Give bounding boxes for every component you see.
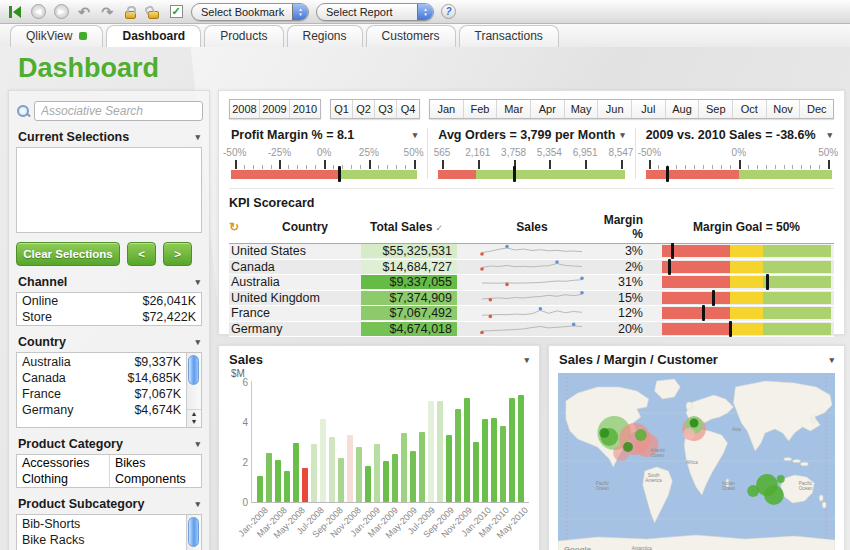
bar-jun-2010[interactable]	[518, 395, 524, 502]
list-item[interactable]: Clothing	[17, 471, 109, 487]
bar-sep-2008[interactable]	[329, 437, 335, 502]
filter-button-q2[interactable]: Q2	[353, 100, 375, 118]
filter-button-2008[interactable]: 2008	[230, 100, 260, 118]
list-item[interactable]: Store$72,422K	[17, 309, 201, 325]
column-margin[interactable]: Margin %	[593, 213, 659, 241]
bar-jul-2008[interactable]	[311, 444, 317, 502]
bar-sep-2009[interactable]	[437, 401, 443, 502]
chevron-down-icon[interactable]: ▾	[195, 439, 200, 449]
map-bubble[interactable]	[623, 442, 633, 452]
map-bubble[interactable]	[599, 428, 609, 438]
apply-check-icon[interactable]: ✓	[168, 4, 184, 20]
map-bubble[interactable]	[683, 428, 695, 440]
filter-button-dec[interactable]: Dec	[800, 100, 833, 118]
bar-nov-2008[interactable]	[347, 435, 353, 502]
bar-nov-2009[interactable]	[455, 409, 461, 502]
forward-icon[interactable]: ▶	[53, 4, 69, 20]
bar-jul-2009[interactable]	[419, 432, 425, 502]
filter-button-sep[interactable]: Sep	[699, 100, 733, 118]
world-map[interactable]: AsiaAfricaSouthAmericaAtlanticOceanPacif…	[558, 373, 835, 550]
back-icon[interactable]: ◀	[30, 4, 46, 20]
tab-transactions[interactable]: Transactions	[459, 25, 559, 47]
map-bubble[interactable]	[764, 485, 784, 505]
tab-customers[interactable]: Customers	[366, 25, 456, 47]
search-input[interactable]	[34, 101, 203, 121]
list-item[interactable]: Canada$14,685K	[17, 370, 186, 386]
list-item[interactable]: Bikes	[109, 455, 201, 471]
chevron-down-icon[interactable]: ▾	[195, 337, 200, 347]
filter-button-nov[interactable]: Nov	[767, 100, 801, 118]
bar-feb-2009[interactable]	[374, 444, 380, 502]
report-select[interactable]: Select Report ▴▾	[316, 3, 434, 21]
list-item[interactable]: Germany$4,674K	[17, 402, 186, 418]
filter-button-2009[interactable]: 2009	[260, 100, 290, 118]
filter-button-q1[interactable]: Q1	[331, 100, 353, 118]
map-bubble[interactable]	[690, 419, 699, 428]
tab-qlikview[interactable]: QlikView	[10, 25, 103, 47]
clear-selections-button[interactable]: Clear Selections	[16, 242, 120, 266]
column-total-sales[interactable]: Total Sales✓	[361, 220, 457, 234]
lock-icon[interactable]	[122, 4, 138, 20]
chevron-down-icon[interactable]: ▾	[195, 499, 200, 509]
chevron-down-icon[interactable]: ▾	[829, 355, 834, 365]
step-forward-button[interactable]: >	[163, 242, 192, 266]
column-country[interactable]: Country	[247, 220, 361, 234]
list-item[interactable]: Australia$9,337K	[17, 354, 186, 370]
country-scrollbar[interactable]: ▲▼	[186, 353, 201, 427]
tab-products[interactable]: Products	[204, 25, 283, 47]
bar-apr-2010[interactable]	[500, 426, 506, 502]
map-bubble[interactable]	[777, 475, 785, 483]
bar-may-2009[interactable]	[401, 433, 407, 502]
bar-mar-2009[interactable]	[383, 461, 389, 502]
filter-button-2010[interactable]: 2010	[290, 100, 320, 118]
table-row[interactable]: France$7,067,49212%	[229, 306, 834, 322]
column-margin-goal[interactable]: Margin Goal = 50%	[659, 220, 834, 234]
refresh-icon[interactable]: ↻	[229, 220, 247, 234]
bar-mar-2010[interactable]	[491, 418, 497, 502]
search-icon[interactable]	[16, 104, 30, 118]
bar-jan-2008[interactable]	[257, 476, 263, 502]
bar-jun-2008[interactable]	[302, 468, 308, 502]
filter-button-jan[interactable]: Jan	[430, 100, 464, 118]
filter-button-mar[interactable]: Mar	[497, 100, 531, 118]
bar-jan-2010[interactable]	[473, 442, 479, 502]
undo-icon[interactable]: ↶	[76, 4, 92, 20]
bar-jan-2009[interactable]	[365, 466, 371, 502]
filter-button-q4[interactable]: Q4	[397, 100, 419, 118]
list-item[interactable]: Online$26,041K	[17, 293, 201, 309]
chevron-down-icon[interactable]: ▾	[524, 355, 529, 365]
bar-feb-2010[interactable]	[482, 419, 488, 502]
scrollbar-thumb[interactable]	[188, 355, 199, 385]
redo-icon[interactable]: ↷	[99, 4, 115, 20]
filter-button-jul[interactable]: Jul	[632, 100, 666, 118]
filter-button-may[interactable]: May	[565, 100, 599, 118]
table-row[interactable]: Australia$9,337,05531%	[229, 275, 834, 291]
bar-dec-2008[interactable]	[356, 447, 362, 502]
column-sales-trend[interactable]: Sales	[471, 220, 593, 234]
filter-button-feb[interactable]: Feb	[464, 100, 498, 118]
chevron-down-icon[interactable]: ▾	[413, 130, 418, 140]
table-row[interactable]: Germany$4,674,01820%	[229, 322, 834, 338]
unlock-icon[interactable]	[145, 4, 161, 20]
tab-regions[interactable]: Regions	[287, 25, 363, 47]
list-item[interactable]: Bike Racks	[17, 532, 186, 548]
bar-oct-2009[interactable]	[446, 435, 452, 502]
bar-apr-2008[interactable]	[284, 471, 290, 502]
table-row[interactable]: United Kingdom$7,374,90915%	[229, 291, 834, 307]
list-item[interactable]: France$7,067K	[17, 386, 186, 402]
filter-button-apr[interactable]: Apr	[531, 100, 565, 118]
bar-may-2008[interactable]	[293, 443, 299, 502]
bar-aug-2008[interactable]	[320, 419, 326, 502]
bookmark-select[interactable]: Select Bookmark ▴▾	[191, 3, 309, 21]
bar-mar-2008[interactable]	[275, 460, 281, 502]
scrollbar-arrows[interactable]: ▲▼	[187, 409, 201, 426]
chevron-down-icon[interactable]: ▾	[195, 132, 200, 142]
bar-dec-2009[interactable]	[464, 398, 470, 502]
chevron-down-icon[interactable]: ▾	[620, 130, 625, 140]
bar-apr-2009[interactable]	[392, 454, 398, 502]
map-bubble[interactable]	[635, 429, 647, 441]
map-bubble[interactable]	[747, 485, 759, 497]
chevron-down-icon[interactable]: ▾	[827, 130, 832, 140]
bar-aug-2009[interactable]	[428, 401, 434, 502]
bar-feb-2008[interactable]	[266, 453, 272, 502]
